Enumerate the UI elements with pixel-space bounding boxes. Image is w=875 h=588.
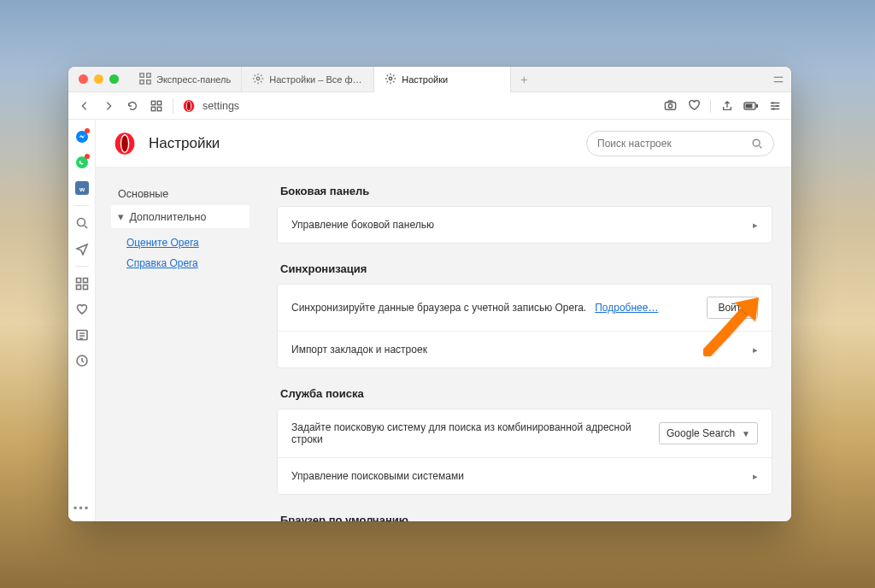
chevron-right-icon: ▸: [753, 220, 758, 231]
svg-rect-26: [76, 279, 80, 283]
tab-label: Настройки: [402, 74, 448, 85]
new-tab-button[interactable]: +: [511, 67, 537, 91]
sidebar-more-button[interactable]: •••: [73, 502, 91, 514]
svg-rect-16: [746, 103, 753, 108]
svg-point-34: [121, 135, 128, 151]
svg-point-19: [776, 104, 778, 107]
section-sync: Синхронизируйте данные браузера с учетно…: [277, 284, 772, 368]
share-icon[interactable]: [719, 98, 735, 114]
svg-rect-17: [756, 104, 758, 108]
settings-header: Настройки: [96, 120, 791, 168]
svg-rect-27: [83, 279, 87, 283]
nav-item-advanced[interactable]: ▾ Дополнительно: [111, 205, 250, 228]
chevron-right-icon: ▸: [753, 471, 758, 482]
tab-menu-button[interactable]: [766, 67, 791, 91]
section-search-engine: Задайте поисковую систему для поиска из …: [277, 409, 772, 495]
svg-rect-3: [147, 79, 150, 83]
page-title: Настройки: [149, 135, 220, 152]
tab-label: Экспресс-панель: [156, 74, 231, 85]
reload-button[interactable]: [125, 98, 140, 114]
section-title-sync: Синхронизация: [280, 262, 772, 275]
row-manage-sidebar[interactable]: Управление боковой панелью ▸: [278, 207, 772, 243]
nav-link-rate-opera[interactable]: Оцените Opera: [126, 237, 250, 249]
search-in-tabs-icon[interactable]: [73, 211, 91, 235]
tab-settings-cookies[interactable]: Настройки – Все файлы coo: [242, 67, 374, 91]
history-icon[interactable]: [73, 349, 91, 373]
svg-point-25: [77, 219, 85, 226]
svg-rect-29: [83, 285, 87, 290]
speed-dial-icon[interactable]: [73, 272, 91, 296]
svg-rect-6: [151, 101, 155, 104]
search-icon: [751, 138, 763, 150]
svg-point-22: [76, 156, 88, 168]
snapshot-icon[interactable]: [662, 98, 678, 114]
search-engine-select[interactable]: Google Search ▼: [659, 422, 758, 444]
section-title-default-browser: Браузер по умолчанию: [280, 514, 772, 521]
tab-strip: Экспресс-панель Настройки – Все файлы co…: [68, 67, 791, 92]
vk-icon[interactable]: w: [73, 176, 91, 200]
personal-news-icon[interactable]: [73, 237, 91, 261]
browser-window: Экспресс-панель Настройки – Все файлы co…: [68, 67, 791, 521]
svg-rect-2: [140, 79, 144, 83]
speed-dial-icon: [139, 73, 151, 86]
news-icon[interactable]: [73, 323, 91, 347]
row-default-search-engine: Задайте поисковую систему для поиска из …: [278, 409, 772, 457]
speed-dial-button[interactable]: [149, 98, 164, 114]
address-bar[interactable]: settings: [182, 99, 654, 113]
settings-search-input[interactable]: [597, 138, 744, 150]
svg-point-20: [772, 108, 775, 110]
svg-point-14: [668, 104, 672, 108]
whatsapp-icon[interactable]: [73, 150, 91, 174]
svg-text:w: w: [78, 185, 85, 193]
login-button[interactable]: Войти: [707, 297, 758, 319]
svg-rect-9: [157, 107, 161, 110]
address-text: settings: [203, 100, 239, 112]
svg-point-4: [257, 77, 261, 80]
messenger-icon[interactable]: [73, 125, 91, 149]
svg-point-35: [753, 139, 760, 146]
row-sync-login: Синхронизируйте данные браузера с учетно…: [278, 285, 772, 331]
settings-nav: Основные ▾ Дополнительно Оцените Opera С…: [96, 168, 258, 521]
section-sidepanel: Управление боковой панелью ▸: [277, 206, 772, 244]
opera-icon: [182, 99, 196, 113]
sidebar: w •••: [68, 120, 96, 521]
svg-rect-7: [157, 101, 161, 104]
sync-learn-more-link[interactable]: Подробнее…: [595, 302, 658, 314]
section-title-search: Служба поиска: [280, 387, 772, 400]
svg-rect-0: [140, 73, 144, 76]
easy-setup-icon[interactable]: [767, 98, 783, 114]
chevron-right-icon: ▸: [753, 344, 758, 356]
section-title-sidepanel: Боковая панель: [280, 185, 772, 197]
tab-speed-dial[interactable]: Экспресс-панель: [129, 67, 242, 91]
row-import-bookmarks[interactable]: Импорт закладок и настроек ▸: [278, 331, 772, 368]
gear-icon: [252, 73, 264, 86]
row-manage-search-engines[interactable]: Управление поисковыми системами ▸: [278, 457, 772, 494]
forward-button[interactable]: [101, 98, 116, 114]
svg-point-12: [187, 101, 191, 109]
nav-link-opera-help[interactable]: Справка Opera: [126, 257, 250, 269]
opera-logo-icon: [113, 132, 137, 156]
svg-rect-8: [151, 107, 155, 110]
tab-label: Настройки – Все файлы coo: [269, 74, 363, 85]
settings-main: Боковая панель Управление боковой панель…: [258, 168, 791, 521]
close-window-button[interactable]: [79, 74, 88, 84]
settings-search[interactable]: [586, 131, 774, 156]
heart-icon[interactable]: [686, 98, 702, 114]
svg-point-5: [390, 77, 393, 80]
svg-rect-13: [665, 103, 675, 109]
gear-icon: [385, 73, 396, 86]
bookmarks-icon[interactable]: [73, 297, 91, 321]
nav-item-basic[interactable]: Основные: [111, 183, 250, 205]
caret-down-icon: ▼: [742, 429, 750, 438]
svg-rect-1: [147, 73, 150, 76]
svg-rect-28: [76, 285, 80, 290]
toolbar: settings: [68, 92, 791, 120]
caret-down-icon: ▾: [118, 210, 126, 223]
minimize-window-button[interactable]: [94, 74, 103, 84]
maximize-window-button[interactable]: [109, 74, 119, 84]
svg-point-18: [772, 102, 774, 104]
back-button[interactable]: [77, 98, 92, 114]
window-controls[interactable]: [68, 67, 129, 91]
tab-settings[interactable]: Настройки: [374, 67, 511, 91]
battery-icon[interactable]: [743, 98, 759, 114]
